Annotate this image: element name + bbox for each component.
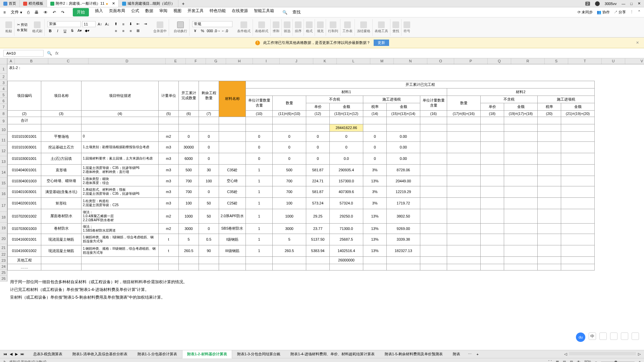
prev-sheet-icon[interactable]: ◀ (10, 352, 12, 356)
float-tool-1[interactable] (599, 333, 607, 340)
ribbon-icon[interactable] (392, 21, 399, 28)
select-all[interactable] (0, 58, 7, 64)
ime-icon[interactable]: 中 (589, 333, 596, 340)
ribbon-icon[interactable] (258, 21, 265, 28)
strike-icon[interactable]: S̶ (69, 28, 75, 34)
row-header[interactable]: 16 (0, 188, 7, 199)
align-mid-icon[interactable]: ≡ (120, 21, 126, 27)
add-sheet-icon[interactable]: + (474, 352, 480, 356)
row-header[interactable]: 21 (0, 244, 7, 251)
ribbon-icon[interactable] (273, 21, 279, 28)
table-row[interactable]: 010404001001直形墙1.混凝土强度等级：C35；抗渗等级P62.墙体种… (8, 164, 595, 176)
row-header[interactable]: 13 (0, 156, 7, 167)
row-header[interactable]: 10 (0, 125, 7, 135)
row-header[interactable]: 4 (0, 86, 7, 92)
row-header[interactable]: 14 (0, 167, 7, 178)
row-header[interactable]: 3 (0, 80, 7, 86)
float-tool-3[interactable] (621, 333, 628, 340)
title-tab[interactable]: 城市房建项目...细则（试行） (119, 0, 178, 7)
underline-icon[interactable]: U (62, 28, 68, 34)
font-increase-icon[interactable]: A↑ (97, 21, 103, 27)
dec-decimal-icon[interactable]: ←.0 (222, 28, 228, 34)
edit-mode-icon[interactable]: ✎ (3, 360, 6, 362)
align-right-icon[interactable]: ≡ (128, 28, 134, 34)
menu-item[interactable]: 视图 (173, 8, 181, 16)
float-tool-4[interactable] (632, 333, 639, 340)
ribbon-icon[interactable] (284, 21, 290, 28)
row-header[interactable]: 22 (0, 251, 7, 257)
menu-item[interactable]: 智能工具箱 (254, 8, 274, 16)
merge-center-icon[interactable] (157, 21, 163, 28)
maximize-icon[interactable]: □ (630, 2, 633, 6)
menu-item[interactable]: 页面布局 (109, 8, 125, 16)
percent-icon[interactable]: % (200, 28, 206, 34)
minimize-icon[interactable]: — (622, 2, 625, 6)
collab-button[interactable]: 👥 协作 (597, 10, 610, 15)
new-tab-icon[interactable]: + (178, 1, 188, 6)
sheet-tab[interactable]: 附表1-清单收入及综合基价分析表 (67, 350, 132, 358)
preview-icon[interactable]: 👁 (44, 10, 48, 15)
formula-input[interactable] (62, 51, 641, 56)
indent-dec-icon[interactable]: ⇤ (135, 21, 141, 27)
collapse-icon[interactable]: ⌃ (638, 10, 641, 15)
file-menu[interactable]: 文件 ▾ (11, 9, 22, 15)
sheet-tab[interactable]: 附表1-1-分包基价计算表 (132, 350, 182, 358)
ribbon-icon[interactable] (240, 21, 247, 28)
row-header[interactable]: 2 (0, 74, 7, 80)
table-row[interactable]: 010401003001满堂基础(含集水坑)1.基础形式、材料种类：筏板2.混凝… (8, 186, 595, 197)
row-header[interactable]: 1 (0, 64, 7, 74)
column-header[interactable]: P (454, 58, 488, 64)
row-header[interactable]: 15 (0, 178, 7, 188)
eye-icon[interactable]: 👁 (577, 360, 580, 362)
print-icon[interactable]: 🖶 (35, 10, 39, 15)
search-label[interactable]: 查找 (292, 9, 301, 15)
align-bot-icon[interactable]: ⬇ (128, 21, 134, 27)
scroll-right-icon[interactable]: ▷ (638, 352, 641, 356)
column-header[interactable]: R (511, 58, 545, 64)
menu-icon[interactable]: ≡ (3, 10, 6, 15)
row-header[interactable]: 6 (0, 98, 7, 104)
menu-item[interactable]: 在线资源 (232, 8, 248, 16)
cell-reference-input[interactable] (3, 50, 44, 57)
align-left-icon[interactable]: ≡ (113, 28, 119, 34)
zoom-formula-icon[interactable]: 🔍 (47, 51, 52, 56)
row-header[interactable]: 25 (0, 269, 7, 276)
close-icon[interactable]: ✕ (638, 1, 641, 6)
indent-inc-icon[interactable]: ⇥ (143, 21, 149, 27)
ribbon-icon[interactable] (344, 21, 351, 28)
menu-item[interactable]: 数据 (145, 8, 153, 16)
align-top-icon[interactable]: ⬆ (113, 21, 119, 27)
table-row[interactable]: 010416001002现浇混凝土钢筋1.钢筋种类、规格：III级钢筋，综合考虑… (8, 245, 595, 256)
spreadsheet-area[interactable]: 1234567891011121314151617181920212223242… (0, 58, 644, 350)
inc-decimal-icon[interactable]: .0→ (214, 28, 220, 34)
number-format-select[interactable] (192, 21, 232, 27)
menu-item[interactable]: 插入 (95, 8, 103, 16)
float-tool-2[interactable] (610, 333, 618, 340)
menu-item[interactable]: 特色功能 (210, 8, 226, 16)
row-header[interactable]: 5 (0, 92, 7, 98)
title-tab[interactable]: 附件2：房建项..一般计税）11●✕ (47, 0, 119, 7)
ribbon-icon[interactable] (330, 21, 336, 28)
save-icon[interactable]: ⎙ (27, 10, 30, 15)
row-header[interactable]: 18 (0, 212, 7, 223)
ribbon-icon[interactable] (295, 21, 302, 28)
view-normal-icon[interactable]: ▦ (556, 360, 559, 362)
ribbon-icon[interactable] (378, 21, 385, 28)
row-header[interactable]: 11 (0, 135, 7, 145)
column-header[interactable]: N (394, 58, 427, 64)
menu-item[interactable]: 公式 (131, 8, 139, 16)
table-row[interactable]: 010103001001土(石)方回填1.回填材料要求：素土回填，土方来源自行考… (8, 153, 595, 164)
baidu-icon[interactable]: du (576, 333, 585, 342)
paste-icon[interactable] (5, 21, 12, 28)
sheet-tab[interactable]: 附表1-2-材料基价计算表 (182, 350, 232, 358)
currency-icon[interactable]: ¥ (192, 28, 198, 34)
ribbon-icon[interactable] (360, 21, 367, 28)
table-row[interactable]: 010703001003卷材防水做法：1.SBS卷材防水层两道 m230000S… (8, 223, 595, 234)
fill-color-icon[interactable]: ◆▾ (84, 28, 90, 34)
column-header[interactable]: K (313, 58, 337, 64)
sheet-tab[interactable]: 附表1-3-分包合同结算台账 (232, 350, 286, 358)
next-sheet-icon[interactable]: ▶ (15, 352, 18, 356)
row-header[interactable]: 12 (0, 145, 7, 156)
view-break-icon[interactable]: ▧ (570, 360, 573, 362)
row-header[interactable]: 17 (0, 199, 7, 212)
